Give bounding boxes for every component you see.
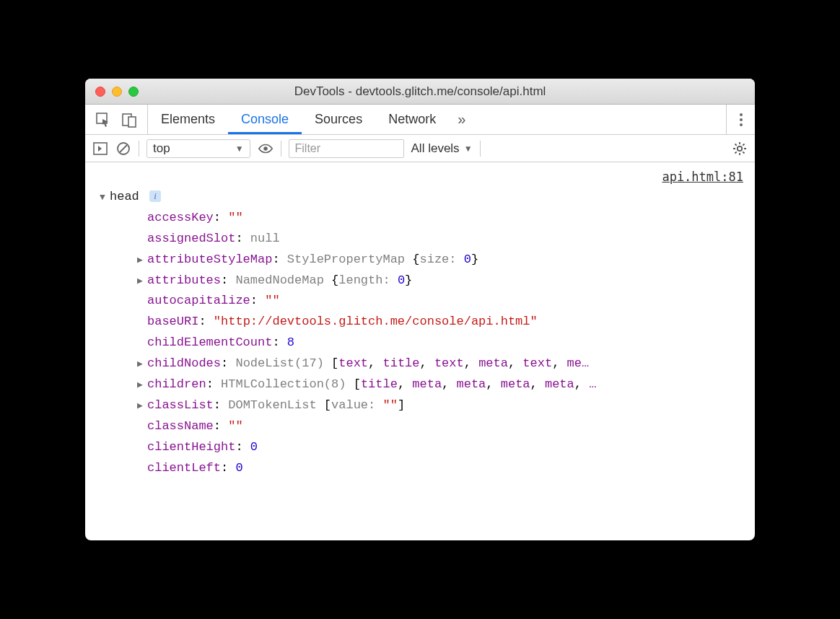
- tab-elements[interactable]: Elements: [148, 105, 228, 134]
- property-row[interactable]: attributeStyleMap: StylePropertyMap {siz…: [100, 250, 746, 271]
- list-item: meta: [545, 377, 574, 391]
- property-value: null: [250, 232, 280, 245]
- inner-key: size:: [419, 253, 463, 266]
- traffic-lights: [85, 87, 139, 97]
- titlebar: DevTools - devtools.glitch.me/console/ap…: [85, 79, 755, 105]
- disclosure-triangle-icon[interactable]: [137, 377, 146, 393]
- close-window-button[interactable]: [95, 87, 105, 97]
- property-row[interactable]: clientHeight: 0: [100, 437, 746, 458]
- class-name: NodeList(17): [235, 356, 331, 370]
- tab-console[interactable]: Console: [228, 105, 302, 134]
- chevron-down-icon: ▼: [464, 144, 473, 154]
- separator: [281, 141, 281, 157]
- window-title: DevTools - devtools.glitch.me/console/ap…: [85, 84, 755, 99]
- list-item: meta: [412, 377, 442, 391]
- device-toolbar-icon[interactable]: [121, 112, 137, 128]
- list-item: text: [434, 356, 464, 370]
- list-item: title: [382, 356, 419, 370]
- object-root-row[interactable]: head i: [100, 187, 746, 208]
- source-link[interactable]: api.html:81: [662, 167, 743, 188]
- svg-point-9: [263, 146, 268, 151]
- property-name: assignedSlot: [147, 232, 235, 245]
- disclosure-triangle-icon[interactable]: [137, 273, 146, 289]
- disclosure-triangle-icon[interactable]: [137, 253, 146, 268]
- tabbar-left-icons: [85, 105, 148, 134]
- property-name: className: [147, 419, 214, 433]
- context-selector[interactable]: top ▼: [146, 139, 250, 158]
- svg-point-3: [740, 113, 743, 116]
- kebab-menu-icon[interactable]: [726, 105, 746, 134]
- tabbar-right-icons: [717, 105, 755, 134]
- property-row[interactable]: clientLeft: 0: [100, 458, 746, 479]
- context-label: top: [153, 141, 170, 156]
- property-value: "": [228, 211, 242, 224]
- more-tabs-button[interactable]: »: [449, 111, 474, 128]
- minimize-window-button[interactable]: [112, 87, 122, 97]
- property-name: classList: [147, 398, 214, 412]
- list-item: me…: [567, 356, 590, 370]
- property-value: 0: [235, 461, 242, 475]
- levels-label: All levels: [411, 141, 460, 156]
- chevron-down-icon: ▼: [235, 144, 244, 154]
- property-row[interactable]: children: HTMLCollection(8) [title, meta…: [100, 374, 746, 395]
- property-row[interactable]: classList: DOMTokenList [value: ""]: [100, 395, 746, 416]
- property-name: attributeStyleMap: [147, 253, 272, 266]
- disclosure-triangle-icon[interactable]: [100, 190, 108, 206]
- property-row[interactable]: childNodes: NodeList(17) [text, title, t…: [100, 354, 746, 374]
- list-item: meta: [501, 377, 530, 391]
- disclosure-triangle-icon[interactable]: [137, 398, 146, 414]
- separator: [139, 141, 139, 157]
- property-row[interactable]: autocapitalize: "": [100, 291, 746, 312]
- property-name: childNodes: [147, 356, 221, 370]
- property-row[interactable]: baseURI: "http://devtools.glitch.me/cons…: [100, 312, 746, 333]
- svg-line-17: [735, 152, 737, 153]
- panel-tabbar: Elements Console Sources Network »: [85, 105, 755, 135]
- panel-tabs: Elements Console Sources Network »: [148, 105, 474, 134]
- inner-value: 0: [464, 253, 471, 266]
- devtools-window: DevTools - devtools.glitch.me/console/ap…: [85, 79, 755, 540]
- filter-input[interactable]: [289, 139, 404, 158]
- inner-key: value:: [331, 398, 382, 412]
- svg-line-15: [735, 144, 737, 145]
- clear-console-icon[interactable]: [115, 141, 131, 157]
- class-name: DOMTokenList: [228, 398, 324, 412]
- svg-point-10: [738, 146, 742, 150]
- property-row[interactable]: assignedSlot: null: [100, 229, 746, 250]
- separator: [480, 141, 481, 157]
- class-name: HTMLCollection(8): [221, 377, 354, 391]
- object-name: head: [110, 190, 139, 203]
- object-tree: head i accessKey: ""assignedSlot: nullat…: [100, 187, 746, 478]
- property-name: clientLeft: [147, 461, 221, 475]
- inner-value: "": [382, 398, 397, 412]
- zoom-window-button[interactable]: [128, 87, 139, 97]
- console-settings-icon[interactable]: [732, 141, 748, 157]
- property-value: "": [265, 294, 279, 307]
- inner-value: 0: [398, 273, 405, 287]
- info-icon[interactable]: i: [149, 190, 161, 202]
- log-levels-selector[interactable]: All levels ▼: [411, 141, 473, 156]
- property-row[interactable]: className: "": [100, 416, 746, 437]
- property-name: children: [147, 377, 206, 391]
- class-name: StylePropertyMap: [287, 253, 412, 266]
- svg-point-5: [740, 123, 743, 126]
- inspect-element-icon[interactable]: [95, 112, 111, 128]
- property-name: autocapitalize: [147, 294, 250, 307]
- property-name: childElementCount: [147, 335, 272, 349]
- tab-network[interactable]: Network: [375, 105, 449, 134]
- console-output: api.html:81 head i accessKey: ""assigned…: [85, 162, 755, 540]
- property-row[interactable]: childElementCount: 8: [100, 333, 746, 354]
- property-row[interactable]: attributes: NamedNodeMap {length: 0}: [100, 271, 746, 291]
- disclosure-triangle-icon[interactable]: [137, 356, 146, 372]
- toggle-sidebar-icon[interactable]: [92, 141, 108, 157]
- property-name: accessKey: [147, 211, 214, 224]
- live-expression-icon[interactable]: [258, 141, 274, 157]
- svg-point-4: [740, 118, 743, 121]
- svg-line-16: [743, 152, 744, 153]
- list-item: title: [361, 377, 398, 391]
- property-name: baseURI: [147, 315, 198, 328]
- tab-sources[interactable]: Sources: [302, 105, 375, 134]
- property-name: clientHeight: [147, 440, 235, 454]
- svg-rect-2: [128, 117, 136, 127]
- property-row[interactable]: accessKey: "": [100, 208, 746, 229]
- property-value: "http://devtools.glitch.me/console/api.h…: [214, 315, 538, 328]
